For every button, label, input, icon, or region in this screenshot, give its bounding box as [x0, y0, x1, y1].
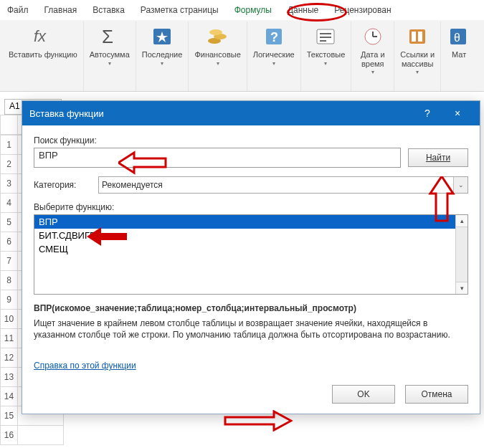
cancel-button[interactable]: Отмена: [405, 385, 468, 404]
ribbon-logical-label: Логические: [253, 50, 295, 59]
chevron-down-icon: ⌄: [453, 177, 468, 193]
ribbon-logical[interactable]: ? Логические▾: [247, 22, 301, 91]
svg-text:fx: fx: [34, 27, 47, 45]
function-syntax: ВПР(искомое_значение;таблица;номер_столб…: [34, 303, 468, 313]
row-header[interactable]: 16: [1, 426, 18, 445]
theta-icon: θ: [447, 24, 471, 49]
row-header[interactable]: 5: [1, 213, 18, 232]
clock-icon: [361, 24, 385, 49]
ribbon-lookup-label2: массивы: [402, 59, 434, 68]
tab-data[interactable]: Данные: [286, 2, 320, 18]
row-header[interactable]: 13: [1, 368, 18, 387]
question-icon: ?: [262, 24, 286, 49]
star-icon: [150, 24, 174, 49]
chevron-down-icon: ▾: [194, 60, 240, 67]
category-select-value: Рекомендуется: [102, 180, 163, 190]
ribbon-datetime[interactable]: Дата ивремя▾: [351, 22, 394, 91]
find-button[interactable]: Найти: [408, 148, 468, 167]
select-function-label: Выберите функцию:: [34, 202, 468, 212]
row-header[interactable]: 11: [1, 329, 18, 348]
row-header[interactable]: 12: [1, 348, 18, 368]
function-list-item[interactable]: СМЕЩ: [34, 242, 468, 256]
row-header[interactable]: 4: [1, 194, 18, 213]
svg-text:θ: θ: [454, 32, 460, 44]
ribbon-autosum[interactable]: Σ Автосумма▾: [84, 22, 136, 91]
category-select[interactable]: Рекомендуется ⌄: [98, 176, 468, 194]
ribbon-tabs: Файл Главная Вставка Разметка страницы Ф…: [0, 0, 484, 20]
search-label: Поиск функции:: [34, 135, 468, 146]
ribbon-autosum-label: Автосумма: [90, 50, 130, 59]
chevron-down-icon: ▾: [142, 60, 183, 67]
ribbon-datetime-label2: время: [361, 59, 384, 68]
fx-icon: fx: [31, 24, 55, 49]
chevron-down-icon: ▾: [90, 60, 130, 67]
scroll-up-button[interactable]: ▴: [456, 215, 468, 227]
row-header[interactable]: 1: [1, 135, 18, 155]
ribbon-text[interactable]: Текстовые▾: [301, 22, 352, 91]
row-header[interactable]: 10: [1, 310, 18, 329]
close-button[interactable]: ×: [442, 108, 473, 119]
insert-function-dialog: Вставка функции ? × Поиск функции: ВПР Н…: [22, 100, 480, 414]
ribbon-math[interactable]: θ Мат: [441, 22, 473, 91]
svg-text:?: ?: [270, 30, 278, 44]
text-icon: [313, 24, 338, 49]
ribbon-lookup[interactable]: Ссылки имассивы▾: [394, 22, 441, 91]
function-list[interactable]: ВПР БИТ.СДВИГП СМЕЩ ▴ ▾: [34, 214, 468, 295]
chevron-down-icon: ▾: [307, 60, 346, 67]
svg-text:Σ: Σ: [102, 26, 113, 47]
function-list-item[interactable]: ВПР: [34, 215, 468, 229]
svg-rect-17: [412, 32, 416, 42]
tab-formulas[interactable]: Формулы: [233, 2, 273, 18]
row-header[interactable]: 7: [1, 252, 18, 271]
ribbon: fx Вставить функцию Σ Автосумма▾ Последн…: [0, 20, 484, 92]
ribbon-insert-function-label: Вставить функцию: [9, 50, 77, 59]
help-button[interactable]: ?: [412, 108, 442, 119]
search-input[interactable]: ВПР: [34, 148, 401, 168]
ribbon-insert-function[interactable]: fx Вставить функцию: [3, 22, 84, 91]
row-header[interactable]: 9: [1, 290, 18, 310]
ribbon-math-label: Мат: [452, 50, 466, 59]
scrollbar[interactable]: ▴ ▾: [455, 215, 468, 294]
search-input-value: ВПР: [39, 150, 58, 161]
svg-rect-18: [418, 32, 422, 42]
cell[interactable]: [18, 426, 64, 445]
tab-file[interactable]: Файл: [6, 2, 30, 18]
ribbon-recent-label: Последние: [142, 50, 183, 59]
function-description: Ищет значение в крайнем левом столбце та…: [34, 318, 468, 340]
chevron-down-icon: ▾: [253, 60, 295, 67]
coins-icon: [206, 24, 230, 49]
ribbon-recent[interactable]: Последние▾: [136, 22, 189, 91]
category-label: Категория:: [34, 180, 91, 190]
ribbon-financial[interactable]: Финансовые▾: [189, 22, 247, 91]
select-all-corner[interactable]: [1, 115, 18, 135]
lookup-icon: [405, 24, 430, 49]
chevron-down-icon: ▾: [400, 69, 435, 75]
row-header[interactable]: 6: [1, 232, 18, 252]
row-header[interactable]: 14: [1, 387, 18, 406]
scroll-down-button[interactable]: ▾: [456, 282, 468, 294]
sigma-icon: Σ: [98, 24, 122, 49]
ribbon-financial-label: Финансовые: [194, 50, 240, 59]
dialog-title: Вставка функции: [29, 108, 412, 119]
ribbon-text-label: Текстовые: [307, 50, 346, 59]
dialog-titlebar[interactable]: Вставка функции ? ×: [22, 101, 480, 125]
row-header[interactable]: 8: [1, 271, 18, 290]
tab-page-layout[interactable]: Разметка страницы: [139, 2, 220, 18]
row-header[interactable]: 2: [1, 155, 18, 174]
chevron-down-icon: ▾: [361, 69, 385, 75]
row-header[interactable]: 3: [1, 174, 18, 194]
ribbon-datetime-label1: Дата и: [361, 50, 385, 59]
ok-button[interactable]: OK: [332, 385, 395, 404]
find-button-label: Найти: [426, 153, 450, 163]
function-list-item[interactable]: БИТ.СДВИГП: [34, 229, 468, 242]
row-header[interactable]: 15: [1, 406, 18, 426]
ribbon-lookup-label1: Ссылки и: [400, 50, 435, 59]
name-box-value: A1: [9, 101, 20, 111]
help-link[interactable]: Справка по этой функции: [34, 361, 136, 371]
tab-review[interactable]: Рецензирован: [333, 2, 392, 18]
tab-insert[interactable]: Вставка: [91, 2, 126, 18]
svg-point-6: [209, 29, 222, 35]
tab-home[interactable]: Главная: [43, 2, 79, 18]
